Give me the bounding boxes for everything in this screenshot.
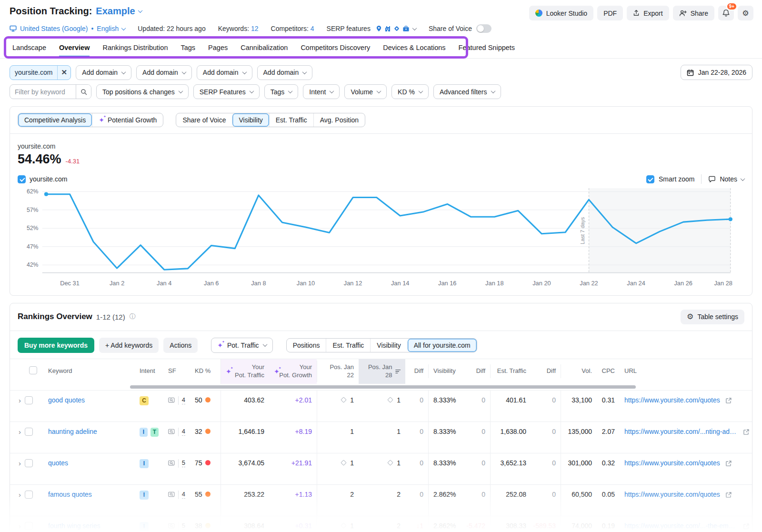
expand-row-icon[interactable]: › <box>19 428 21 436</box>
column-header-sf[interactable]: SF <box>163 364 190 378</box>
serp-features-count[interactable]: 5 <box>182 522 185 530</box>
column-header-pos-jan-28[interactable]: Pos. Jan 28 <box>359 359 405 384</box>
column-header-intent[interactable]: Intent <box>135 364 163 378</box>
keyword-link[interactable]: quotes <box>48 459 68 467</box>
tab-rankings-distribution[interactable]: Rankings Distribution <box>102 44 168 57</box>
keyword-filter-input[interactable] <box>10 88 76 96</box>
column-header-pos-jan-22[interactable]: Pos. Jan 22 <box>317 361 359 382</box>
view-est-traffic[interactable]: Est. Traffic <box>326 339 370 352</box>
keyword-link[interactable]: good quotes <box>48 396 85 404</box>
tab-devices-locations[interactable]: Devices & Locations <box>383 44 445 57</box>
view-visibility[interactable]: Visibility <box>370 339 407 352</box>
visibility-line-chart[interactable]: 62%57%52%47%42%Last 7 daysDec 31Jan 2Jan… <box>10 187 752 291</box>
row-checkbox[interactable] <box>25 491 33 499</box>
expand-row-icon[interactable]: › <box>19 459 21 467</box>
row-checkbox[interactable] <box>25 396 33 404</box>
mode-competitive-analysis[interactable]: Competitive Analysis <box>18 113 92 127</box>
serp-features-count[interactable]: 4 <box>182 491 185 499</box>
intent-badge-i[interactable]: I <box>140 459 149 468</box>
pdf-button[interactable]: PDF <box>597 6 623 20</box>
view-positions[interactable]: Positions <box>287 339 326 352</box>
actions-button[interactable]: Actions <box>163 338 198 353</box>
table-settings-button[interactable]: ⚙ Table settings <box>681 310 744 324</box>
share-button[interactable]: Share <box>673 6 714 20</box>
filter-advanced-filters[interactable]: Advanced filters <box>433 84 501 99</box>
visibility-chart[interactable]: 62%57%52%47%42%Last 7 daysDec 31Jan 2Jan… <box>10 184 752 295</box>
settings-button[interactable]: ⚙ <box>738 6 753 20</box>
info-icon[interactable]: ⓘ <box>130 312 136 321</box>
filter-intent[interactable]: Intent <box>303 84 340 99</box>
view-all-for-yoursite-com[interactable]: All for yoursite.com <box>407 339 477 352</box>
intent-badge-c[interactable]: C <box>140 396 149 405</box>
notes-button[interactable]: Notes <box>708 175 744 183</box>
intent-badge-i[interactable]: I <box>140 428 148 437</box>
expand-row-icon[interactable]: › <box>19 491 21 499</box>
remove-domain-icon[interactable]: ✕ <box>57 66 70 80</box>
column-header-select[interactable] <box>10 363 43 379</box>
metric-est-traffic[interactable]: Est. Traffic <box>269 113 313 127</box>
tab-featured-snippets[interactable]: Featured Snippets <box>459 44 515 57</box>
legend-checkbox[interactable] <box>18 175 26 183</box>
row-checkbox[interactable] <box>25 459 33 467</box>
url-link[interactable]: https://www.yoursite.com/quotes <box>624 491 720 498</box>
location-language-selector[interactable]: United States (Google) • English <box>10 25 125 32</box>
looker-studio-button[interactable]: Looker Studio <box>529 6 593 20</box>
pot-traffic-dropdown[interactable]: ✦ Pot. Traffic <box>211 338 272 353</box>
filter-tags[interactable]: Tags <box>264 84 299 99</box>
column-header-diff[interactable]: Diff <box>467 364 490 378</box>
serp-features-count[interactable]: 4 <box>182 396 185 404</box>
url-link[interactable]: https://www.yoursite.com/...-the-empyrea… <box>624 522 738 530</box>
metric-visibility[interactable]: Visibility <box>232 113 269 127</box>
search-icon[interactable] <box>76 85 91 99</box>
filter-volume[interactable]: Volume <box>344 84 387 99</box>
keyword-link[interactable]: fourth wing series <box>48 522 100 530</box>
notifications-button[interactable]: 9+ <box>718 6 734 20</box>
export-button[interactable]: Export <box>627 6 669 20</box>
serp-features-count[interactable]: 4 <box>182 428 185 436</box>
tab-competitors-discovery[interactable]: Competitors Discovery <box>301 44 370 57</box>
column-header-vol[interactable]: Vol. <box>561 364 597 378</box>
url-link[interactable]: https://www.yoursite.com/quotes <box>624 396 720 404</box>
add-keywords-button[interactable]: + Add keywords <box>99 338 159 353</box>
serp-features-count[interactable]: 5 <box>182 459 185 467</box>
add-domain-button[interactable]: Add domain <box>257 65 313 80</box>
tab-landscape[interactable]: Landscape <box>12 44 46 57</box>
expand-row-icon[interactable]: › <box>19 396 21 404</box>
row-checkbox[interactable] <box>25 428 33 436</box>
url-link[interactable]: https://www.yoursite.com/...nting-adelin… <box>624 428 738 435</box>
metric-avg-position[interactable]: Avg. Position <box>313 113 365 127</box>
smart-zoom-checkbox[interactable] <box>646 175 654 183</box>
keywords-count-link[interactable]: 12 <box>251 25 259 32</box>
keyword-link[interactable]: famous quotes <box>48 491 92 498</box>
buy-more-keywords-button[interactable]: Buy more keywords <box>18 338 94 353</box>
tab-pages[interactable]: Pages <box>208 44 228 57</box>
metric-share-of-voice[interactable]: Share of Voice <box>176 113 232 127</box>
mode-potential-growth[interactable]: ✦Potential Growth <box>92 113 163 127</box>
column-header-diff[interactable]: Diff <box>405 364 428 378</box>
filter-top-positions-changes[interactable]: Top positions & changes <box>96 84 189 99</box>
keyword-link[interactable]: haunting adeline <box>48 428 97 435</box>
column-header-visibility[interactable]: Visibility <box>428 364 467 378</box>
intent-badge-i[interactable]: I <box>140 491 149 500</box>
column-header-diff[interactable]: Diff <box>531 364 561 378</box>
column-header-your-pot-traffic[interactable]: ✦YourPot. Traffic <box>221 359 269 384</box>
url-link[interactable]: https://www.yoursite.com/quotes <box>624 459 720 467</box>
scrollbar-thumb[interactable] <box>130 385 636 389</box>
tab-cannibalization[interactable]: Cannibalization <box>241 44 288 57</box>
column-header-url[interactable]: URL <box>620 364 752 378</box>
filter-serp-features[interactable]: SERP Features <box>193 84 260 99</box>
intent-badge-t[interactable]: T <box>150 428 159 437</box>
date-range-button[interactable]: Jan 22-28, 2026 <box>681 65 752 80</box>
project-selector[interactable]: Example <box>96 6 141 17</box>
intent-badge-i[interactable]: I <box>140 522 149 531</box>
column-header-cpc[interactable]: CPC <box>597 364 620 378</box>
column-header-kd[interactable]: KD % <box>190 364 221 378</box>
share-of-voice-toggle[interactable] <box>476 24 491 33</box>
column-header-est-traffic[interactable]: Est. Traffic <box>490 364 531 378</box>
add-domain-button[interactable]: Add domain <box>197 65 252 80</box>
tab-tags[interactable]: Tags <box>180 44 195 57</box>
add-domain-button[interactable]: Add domain <box>76 65 131 80</box>
select-all-checkbox[interactable] <box>29 366 37 374</box>
row-checkbox[interactable] <box>25 522 33 530</box>
serp-features-group[interactable]: SERP features <box>327 25 416 32</box>
